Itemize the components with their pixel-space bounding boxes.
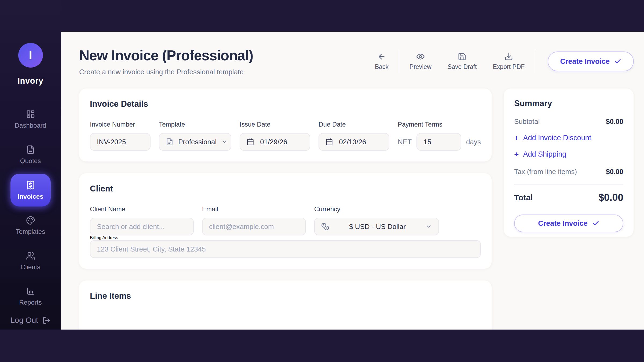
logo-letter: I xyxy=(29,49,32,62)
total-value: $0.00 xyxy=(598,192,623,203)
sidebar-item-templates[interactable]: Templates xyxy=(10,209,51,242)
back-label: Back xyxy=(375,63,389,71)
calendar-icon xyxy=(325,138,333,146)
sidebar: I Invory Dashboard Quotes xyxy=(0,0,61,330)
invoice-number-input[interactable] xyxy=(90,133,151,151)
eye-icon xyxy=(416,52,425,61)
subtotal-label: Subtotal xyxy=(514,117,540,126)
sidebar-item-dashboard[interactable]: Dashboard xyxy=(10,103,51,136)
billing-address-label: Billing Address xyxy=(90,235,118,240)
subtotal-row: Subtotal $0.00 xyxy=(514,117,623,126)
page-header-text: New Invoice (Professional) Create a new … xyxy=(79,47,253,76)
calendar-icon xyxy=(247,138,254,146)
invoice-details-card: Invoice Details Invoice Number Template xyxy=(79,88,492,161)
quotes-icon xyxy=(26,145,35,154)
add-shipping-link[interactable]: + Add Shipping xyxy=(514,150,623,158)
sidebar-item-invoices[interactable]: Invoices xyxy=(10,174,51,206)
issue-date-input[interactable]: 01/29/26 xyxy=(240,133,310,151)
net-prefix: NET xyxy=(398,138,412,146)
summary-card: Summary Subtotal $0.00 + Add Invoice Dis… xyxy=(504,88,634,237)
due-date-value: 02/13/26 xyxy=(339,138,366,146)
sidebar-item-label: Invoices xyxy=(17,193,43,200)
create-invoice-summary-button[interactable]: Create Invoice xyxy=(514,215,623,232)
app-logo: I xyxy=(18,43,43,68)
due-date-input[interactable]: 02/13/26 xyxy=(319,133,389,151)
coins-icon xyxy=(321,223,329,231)
dashboard-icon xyxy=(26,110,35,119)
header-divider xyxy=(535,50,535,73)
billing-address-input[interactable] xyxy=(90,240,481,258)
preview-button[interactable]: Preview xyxy=(401,52,440,71)
sidebar-item-quotes[interactable]: Quotes xyxy=(10,138,51,171)
logout-icon xyxy=(42,316,50,324)
sidebar-item-clients[interactable]: Clients xyxy=(10,245,51,277)
chevron-down-icon xyxy=(426,223,432,230)
line-items-card: Line Items xyxy=(79,280,492,330)
summary-heading: Summary xyxy=(514,99,623,108)
tax-row: Tax (from line items) $0.00 xyxy=(514,168,623,176)
due-date-group: Due Date 02/13/26 xyxy=(319,121,389,151)
client-name-label: Client Name xyxy=(90,205,194,213)
currency-group: Currency $ USD - US Dollar xyxy=(314,205,439,235)
add-shipping-label: Add Shipping xyxy=(523,150,566,158)
email-label: Email xyxy=(202,205,306,213)
arrow-left-icon xyxy=(377,52,386,61)
create-invoice-label: Create Invoice xyxy=(560,57,610,66)
back-button[interactable]: Back xyxy=(367,52,397,71)
template-group: Template Professional xyxy=(159,121,231,151)
email-field[interactable] xyxy=(202,218,306,235)
check-icon xyxy=(614,58,621,65)
preview-label: Preview xyxy=(409,63,431,71)
invoice-details-heading: Invoice Details xyxy=(90,99,481,109)
sidebar-item-label: Dashboard xyxy=(15,122,46,129)
header-actions: Back Preview Save Draft xyxy=(367,50,634,73)
logout-label: Log Out xyxy=(10,316,38,325)
sidebar-item-label: Templates xyxy=(16,228,45,235)
client-name-input[interactable] xyxy=(90,218,194,235)
issue-date-group: Issue Date 01/29/26 xyxy=(240,121,310,151)
sidebar-item-reports[interactable]: Reports xyxy=(10,280,51,313)
create-invoice-header-button[interactable]: Create Invoice xyxy=(548,51,634,71)
template-value: Professional xyxy=(178,138,217,146)
sidebar-item-label: Quotes xyxy=(20,157,41,165)
invoice-details-fields: Invoice Number Template xyxy=(90,121,481,151)
export-pdf-button[interactable]: Export PDF xyxy=(485,52,533,71)
currency-select[interactable]: $ USD - US Dollar xyxy=(314,218,439,235)
summary-divider xyxy=(514,184,623,185)
invoice-number-label: Invoice Number xyxy=(90,121,151,128)
issue-date-value: 01/29/26 xyxy=(260,138,287,146)
currency-label: Currency xyxy=(314,205,439,213)
main-panel: New Invoice (Professional) Create a new … xyxy=(61,32,644,330)
clients-users-icon xyxy=(26,251,35,260)
email-group: Email xyxy=(202,205,306,235)
page-header: New Invoice (Professional) Create a new … xyxy=(79,47,634,76)
client-name-group: Client Name xyxy=(90,205,194,235)
client-card: Client Client Name Email Currency xyxy=(79,173,492,269)
payment-terms-group: Payment Terms NET days xyxy=(398,121,481,151)
payment-terms-input[interactable] xyxy=(416,133,461,151)
logout-button[interactable]: Log Out xyxy=(0,316,61,325)
plus-icon: + xyxy=(514,150,519,158)
issue-date-label: Issue Date xyxy=(240,121,310,128)
save-draft-button[interactable]: Save Draft xyxy=(440,52,485,71)
form-column: Invoice Details Invoice Number Template xyxy=(79,88,492,330)
create-invoice-label: Create Invoice xyxy=(538,219,588,228)
templates-palette-icon xyxy=(26,216,35,225)
days-suffix: days xyxy=(466,138,481,146)
chevron-down-icon xyxy=(221,139,228,145)
check-icon xyxy=(592,220,599,227)
page-subtitle: Create a new invoice using the Professio… xyxy=(79,68,253,76)
file-text-icon xyxy=(166,138,173,146)
template-label: Template xyxy=(159,121,231,128)
download-icon xyxy=(504,52,513,61)
payment-terms-label: Payment Terms xyxy=(398,121,481,128)
invoice-number-group: Invoice Number xyxy=(90,121,151,151)
reports-chart-icon xyxy=(26,287,35,296)
payment-terms-row: NET days xyxy=(398,133,481,151)
add-discount-link[interactable]: + Add Invoice Discount xyxy=(514,134,623,142)
add-discount-label: Add Invoice Discount xyxy=(523,134,591,142)
sidebar-item-label: Clients xyxy=(21,263,40,271)
template-select[interactable]: Professional xyxy=(159,133,231,151)
total-row: Total $0.00 xyxy=(514,192,623,203)
subtotal-value: $0.00 xyxy=(606,117,623,126)
